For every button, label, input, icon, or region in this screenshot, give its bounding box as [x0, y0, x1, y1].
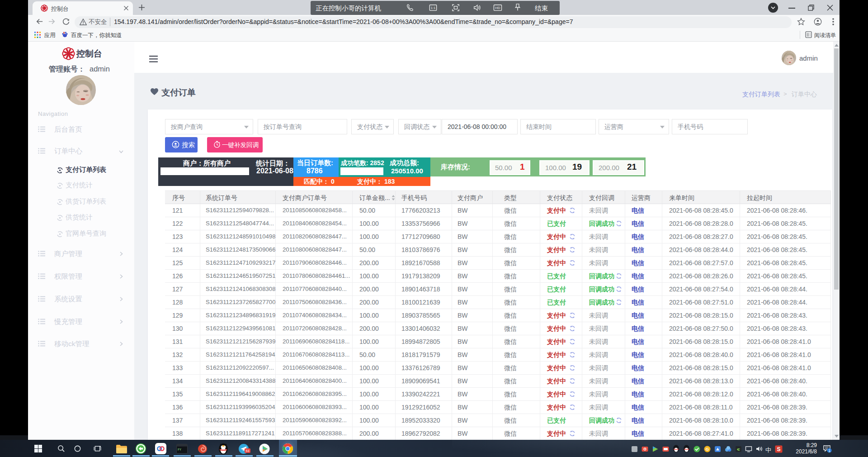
svg-text:FY: FY [178, 448, 181, 452]
svg-text:1: 1 [828, 448, 830, 453]
svg-text:53: 53 [246, 449, 250, 452]
svg-text:HD: HD [495, 6, 500, 10]
svg-text:S: S [777, 446, 780, 452]
svg-text:1:1: 1:1 [431, 6, 436, 10]
svg-text:G: G [706, 447, 709, 452]
